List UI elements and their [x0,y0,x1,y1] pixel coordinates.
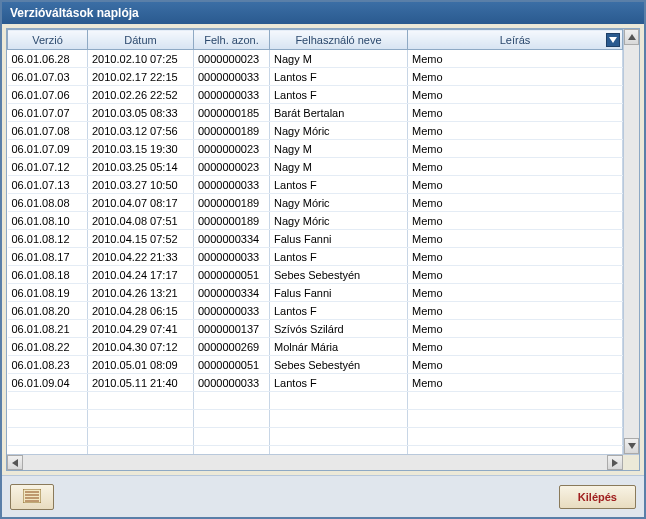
table-row[interactable]: 06.01.08.082010.04.07 08:170000000189Nag… [8,194,623,212]
scroll-right-button[interactable] [607,455,623,470]
column-header-username[interactable]: Felhasználó neve [270,30,408,50]
column-header-userid[interactable]: Felh. azon. [194,30,270,50]
cell-empty [194,446,270,455]
cell-empty [8,428,88,446]
table-row-empty [8,446,623,455]
cell-userName: Lantos F [270,374,408,392]
cell-userId: 0000000023 [194,158,270,176]
cell-date: 2010.04.24 17:17 [88,266,194,284]
grid-table: Verzió Dátum Felh. azon. Felhasználó nev… [7,29,623,454]
cell-version: 06.01.07.06 [8,86,88,104]
column-header-description[interactable]: Leírás [408,30,623,50]
cell-date: 2010.03.27 10:50 [88,176,194,194]
cell-userName: Lantos F [270,68,408,86]
cell-date: 2010.04.26 13:21 [88,284,194,302]
cell-userName: Sebes Sebestyén [270,266,408,284]
table-row[interactable]: 06.01.08.102010.04.08 07:510000000189Nag… [8,212,623,230]
cell-userId: 0000000269 [194,338,270,356]
exit-button[interactable]: Kilépés [559,485,636,509]
cell-userId: 0000000051 [194,356,270,374]
table-row[interactable]: 06.01.08.222010.04.30 07:120000000269Mol… [8,338,623,356]
list-button[interactable] [10,484,54,510]
cell-userName: Nagy Móric [270,212,408,230]
cell-userId: 0000000033 [194,374,270,392]
grid-panel: Verzió Dátum Felh. azon. Felhasználó nev… [6,28,640,471]
svg-marker-4 [612,459,618,467]
cell-description: Memo [408,338,623,356]
cell-description: Memo [408,50,623,68]
cell-userName: Barát Bertalan [270,104,408,122]
window: Verzióváltások naplója Verzió Dátum Felh… [0,0,646,519]
cell-version: 06.01.08.20 [8,302,88,320]
cell-description: Memo [408,374,623,392]
column-header-date[interactable]: Dátum [88,30,194,50]
cell-userId: 0000000189 [194,122,270,140]
cell-version: 06.01.07.08 [8,122,88,140]
cell-description: Memo [408,68,623,86]
cell-description: Memo [408,122,623,140]
column-header-version[interactable]: Verzió [8,30,88,50]
table-row[interactable]: 06.01.07.082010.03.12 07:560000000189Nag… [8,122,623,140]
cell-userId: 0000000033 [194,302,270,320]
table-row[interactable]: 06.01.08.172010.04.22 21:330000000033Lan… [8,248,623,266]
column-filter-dropdown-icon[interactable] [606,33,620,47]
cell-version: 06.01.08.22 [8,338,88,356]
cell-version: 06.01.07.03 [8,68,88,86]
cell-description: Memo [408,158,623,176]
table-row[interactable]: 06.01.08.192010.04.26 13:210000000334Fal… [8,284,623,302]
grid-scroll-area: Verzió Dátum Felh. azon. Felhasználó nev… [7,29,639,454]
cell-version: 06.01.07.13 [8,176,88,194]
cell-description: Memo [408,230,623,248]
cell-empty [408,410,623,428]
cell-userName: Lantos F [270,86,408,104]
cell-empty [408,428,623,446]
cell-userName: Falus Fanni [270,230,408,248]
table-row[interactable]: 06.01.08.202010.04.28 06:150000000033Lan… [8,302,623,320]
cell-description: Memo [408,284,623,302]
table-row[interactable]: 06.01.07.062010.02.26 22:520000000033Lan… [8,86,623,104]
cell-userName: Lantos F [270,176,408,194]
table-row[interactable]: 06.01.08.122010.04.15 07:520000000334Fal… [8,230,623,248]
cell-empty [88,428,194,446]
scroll-down-button[interactable] [624,438,639,454]
table-row[interactable]: 06.01.08.182010.04.24 17:170000000051Seb… [8,266,623,284]
list-icon [23,489,41,505]
cell-userId: 0000000185 [194,104,270,122]
cell-version: 06.01.08.18 [8,266,88,284]
table-row[interactable]: 06.01.07.032010.02.17 22:150000000033Lan… [8,68,623,86]
cell-version: 06.01.07.09 [8,140,88,158]
table-row[interactable]: 06.01.07.122010.03.25 05:140000000023Nag… [8,158,623,176]
table-row[interactable]: 06.01.08.212010.04.29 07:410000000137Szí… [8,320,623,338]
scroll-left-button[interactable] [7,455,23,470]
footer: Kilépés [2,475,644,517]
cell-empty [270,392,408,410]
table-row[interactable]: 06.01.07.072010.03.05 08:330000000185Bar… [8,104,623,122]
horizontal-scrollbar-track[interactable] [23,455,607,470]
cell-userId: 0000000033 [194,86,270,104]
cell-date: 2010.05.11 21:40 [88,374,194,392]
scrollbar-corner [623,455,639,470]
scroll-up-button[interactable] [624,29,639,45]
table-row[interactable]: 06.01.09.042010.05.11 21:400000000033Lan… [8,374,623,392]
cell-version: 06.01.08.17 [8,248,88,266]
cell-userName: Lantos F [270,248,408,266]
cell-description: Memo [408,212,623,230]
table-row[interactable]: 06.01.08.232010.05.01 08:090000000051Seb… [8,356,623,374]
titlebar[interactable]: Verzióváltások naplója [2,2,644,24]
cell-description: Memo [408,356,623,374]
svg-marker-1 [628,34,636,40]
cell-date: 2010.04.22 21:33 [88,248,194,266]
cell-date: 2010.04.29 07:41 [88,320,194,338]
cell-userId: 0000000023 [194,140,270,158]
table-row[interactable]: 06.01.07.092010.03.15 19:300000000023Nag… [8,140,623,158]
table-row[interactable]: 06.01.06.282010.02.10 07:250000000023Nag… [8,50,623,68]
horizontal-scrollbar[interactable] [7,454,639,470]
vertical-scrollbar-track[interactable] [624,45,639,438]
column-header-version-label: Verzió [32,34,63,46]
cell-date: 2010.02.10 07:25 [88,50,194,68]
table-row[interactable]: 06.01.07.132010.03.27 10:500000000033Lan… [8,176,623,194]
vertical-scrollbar[interactable] [623,29,639,454]
cell-empty [88,446,194,455]
column-header-description-label: Leírás [500,34,531,46]
svg-marker-3 [12,459,18,467]
